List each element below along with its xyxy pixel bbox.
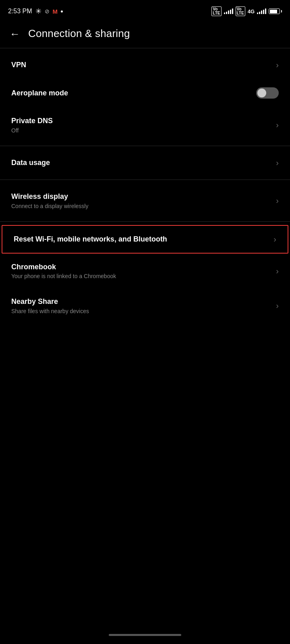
chromebook-chevron: › xyxy=(276,266,279,276)
nav-pill xyxy=(109,634,181,636)
nearby-share-subtitle: Share files with nearby devices xyxy=(11,308,271,314)
wireless-display-content: Wireless display Connect to a display wi… xyxy=(11,192,271,209)
chromebook-item[interactable]: Chromebook Your phone is not linked to a… xyxy=(0,254,290,288)
reset-wifi-content: Reset Wi-Fi, mobile networks, and Blueto… xyxy=(14,235,269,244)
header: ← Connection & sharing xyxy=(0,21,290,48)
wireless-display-chevron: › xyxy=(276,196,279,205)
volte-badge-1: VoLTE xyxy=(211,6,221,16)
vpn-chevron: › xyxy=(276,60,279,70)
settings-group-2: Data usage › xyxy=(0,146,290,180)
private-dns-chevron: › xyxy=(276,120,279,130)
reset-wifi-item[interactable]: Reset Wi-Fi, mobile networks, and Blueto… xyxy=(2,225,288,254)
back-button[interactable]: ← xyxy=(10,29,20,39)
aeroplane-mode-item[interactable]: Aeroplane mode xyxy=(0,78,290,107)
data-usage-title: Data usage xyxy=(11,158,271,167)
wireless-display-subtitle: Connect to a display wirelessly xyxy=(11,203,271,209)
signal-bars-2 xyxy=(257,8,266,14)
settings-group-4: Reset Wi-Fi, mobile networks, and Blueto… xyxy=(0,222,290,326)
vpn-title: VPN xyxy=(11,60,271,70)
chromebook-subtitle: Your phone is not linked to a Chromebook xyxy=(11,273,271,279)
data-usage-item[interactable]: Data usage › xyxy=(0,149,290,176)
private-dns-item[interactable]: Private DNS Off › xyxy=(0,107,290,142)
status-left: 2:53 PM ✳ ⊘ M xyxy=(8,7,63,16)
reset-wifi-title: Reset Wi-Fi, mobile networks, and Blueto… xyxy=(14,235,269,244)
nearby-share-content: Nearby Share Share files with nearby dev… xyxy=(11,297,271,314)
aeroplane-content: Aeroplane mode xyxy=(11,89,256,98)
wireless-display-title: Wireless display xyxy=(11,192,271,201)
nearby-share-item[interactable]: Nearby Share Share files with nearby dev… xyxy=(0,288,290,323)
menu-icon: ✳ xyxy=(35,7,41,16)
page-title: Connection & sharing xyxy=(28,27,130,40)
private-dns-content: Private DNS Off xyxy=(11,116,271,133)
wireless-display-item[interactable]: Wireless display Connect to a display wi… xyxy=(0,183,290,218)
vpn-content: VPN xyxy=(11,60,271,70)
nfc-icon: ⊘ xyxy=(45,8,50,14)
signal-bars-1 xyxy=(224,8,233,14)
time-display: 2:53 PM xyxy=(8,8,32,15)
settings-group-3: Wireless display Connect to a display wi… xyxy=(0,180,290,221)
data-usage-content: Data usage xyxy=(11,158,271,167)
gmail-icon: M xyxy=(53,8,58,15)
battery-level: 87 xyxy=(270,9,274,13)
toggle-track xyxy=(256,87,279,99)
network-4g: 4G xyxy=(248,8,255,14)
battery-indicator: 87 xyxy=(269,8,282,14)
nearby-share-title: Nearby Share xyxy=(11,297,271,306)
chromebook-content: Chromebook Your phone is not linked to a… xyxy=(11,262,271,279)
nearby-share-chevron: › xyxy=(276,301,279,310)
toggle-thumb xyxy=(257,89,266,97)
status-right: VoLTE VoLTE 4G 87 xyxy=(211,6,282,16)
data-usage-chevron: › xyxy=(276,158,279,167)
chromebook-title: Chromebook xyxy=(11,262,271,272)
notification-dot xyxy=(61,10,63,12)
nav-bar xyxy=(0,629,290,644)
aeroplane-toggle[interactable] xyxy=(256,87,279,99)
private-dns-title: Private DNS xyxy=(11,116,271,126)
status-bar: 2:53 PM ✳ ⊘ M VoLTE VoLTE 4G xyxy=(0,0,290,21)
settings-group-1: VPN › Aeroplane mode Private DNS Off › xyxy=(0,48,290,146)
aeroplane-title: Aeroplane mode xyxy=(11,89,256,98)
vpn-item[interactable]: VPN › xyxy=(0,52,290,78)
private-dns-subtitle: Off xyxy=(11,127,271,134)
volte-badge-2: VoLTE xyxy=(236,6,245,16)
reset-wifi-chevron: › xyxy=(273,235,276,244)
